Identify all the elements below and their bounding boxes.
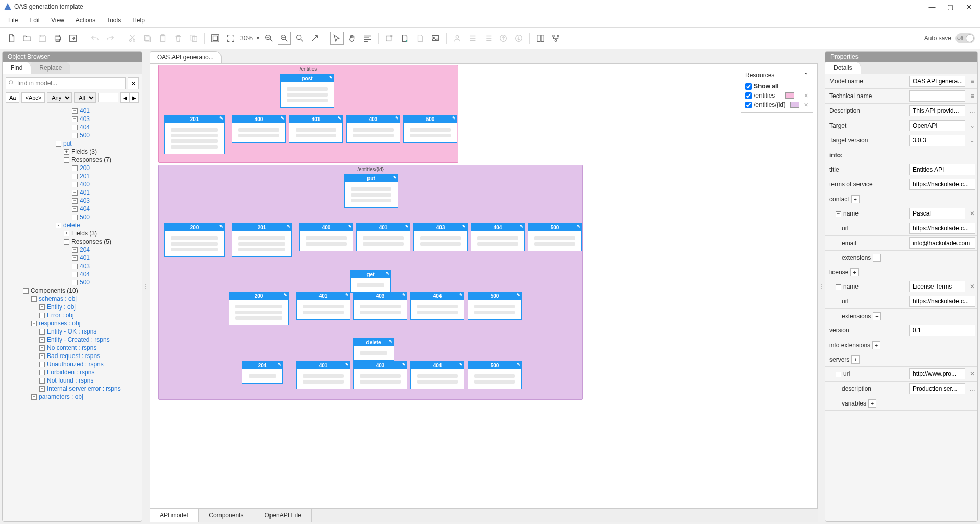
menu-tools[interactable]: Tools [102,15,126,26]
tree-label[interactable]: 200 [80,164,90,172]
add-license-ext-button[interactable]: + [873,312,881,320]
tree-expand-icon[interactable]: + [39,370,45,375]
pointer-icon[interactable] [330,32,344,45]
target-version-dropdown[interactable]: ⌄ [967,137,977,144]
tree-expand-icon[interactable]: + [72,165,78,171]
resources-panel[interactable]: Resources⌃ Show all /entities✕ /entities… [741,68,813,113]
tree-node[interactable]: +Internal server error : rspns [5,385,140,393]
bottom-tab-openapi-file[interactable]: OpenAPI File [254,509,311,522]
tree-expand-icon[interactable]: - [56,141,61,147]
entities-checkbox[interactable] [745,92,752,99]
tree-expand-icon[interactable]: + [39,337,45,343]
menu-view[interactable]: View [46,15,69,26]
remove-entities-icon[interactable]: ✕ [804,92,808,99]
tree-label[interactable]: 204 [80,246,90,253]
menu-actions[interactable]: Actions [70,15,101,26]
entity-400[interactable]: 400✎ [232,115,286,143]
tree-label[interactable]: Responses (7) [71,156,111,163]
add-contact-ext-button[interactable]: + [873,254,881,262]
tree-node[interactable]: +403 [5,197,140,205]
entity-404-b[interactable]: 404✎ [471,223,525,251]
list-icon[interactable] [466,32,479,45]
clear-search-button[interactable]: ✕ [128,77,139,89]
description-input[interactable] [909,105,965,116]
technical-name-input[interactable] [909,90,965,102]
tree-label[interactable]: 401 [80,254,90,261]
user-icon[interactable] [451,32,464,45]
move-down-icon[interactable] [512,32,525,45]
add-license-button[interactable]: + [850,268,859,276]
tree-expand-icon[interactable]: + [72,125,78,130]
tree-label[interactable]: Internal server error : rspns [47,385,121,392]
tree-node[interactable]: +Forbidden : rspns [5,368,140,376]
menu-edit[interactable]: Edit [24,15,45,26]
tree-node[interactable]: +500 [5,278,140,287]
entity-403-a[interactable]: 403✎ [346,115,400,143]
server-desc-action[interactable]: … [967,385,977,392]
tree-label[interactable]: Responses (5) [71,238,111,245]
tree-expand-icon[interactable]: + [39,353,45,359]
filter-whole-word[interactable]: <Abc> [21,92,45,103]
duplicate-icon[interactable] [187,32,200,45]
tree-node[interactable]: -Responses (5) [5,237,140,246]
tree-label[interactable]: 403 [80,115,90,123]
tree-label[interactable]: 401 [80,189,90,196]
new-file-icon[interactable] [5,32,18,45]
tree-label[interactable]: 401 [80,107,90,114]
tree-node[interactable]: -schemas : obj [5,295,140,303]
tree-node[interactable]: +400 [5,180,140,188]
tree-expand-icon[interactable]: + [72,174,78,179]
tree-node[interactable]: +201 [5,172,140,180]
search-input[interactable] [6,77,126,89]
contact-email-input[interactable] [909,237,975,249]
tree-label[interactable]: Components (10) [31,287,78,294]
splitter-left[interactable] [143,49,149,524]
print-icon[interactable] [51,32,64,45]
remove-entitiesid-icon[interactable]: ✕ [804,102,808,108]
tree-node[interactable]: +Fields (3) [5,229,140,237]
fit-screen-icon[interactable] [224,32,237,45]
show-all-checkbox[interactable] [745,83,752,90]
entity-500-c[interactable]: 500✎ [468,292,522,320]
technical-name-action[interactable]: ≡ [967,92,977,100]
tree-label[interactable]: No content : rspns [47,344,96,351]
tree-label[interactable]: Entity : obj [47,303,76,311]
tree-expand-icon[interactable]: + [39,362,45,367]
tree-label[interactable]: Entity - OK : rspns [47,328,96,335]
prev-match-button[interactable]: ◀ [120,92,130,103]
entity-401-c[interactable]: 401✎ [296,292,350,320]
tree-expand-icon[interactable]: - [23,288,29,294]
entity-500-d[interactable]: 500✎ [468,361,522,389]
tree-expand-icon[interactable]: - [31,321,37,326]
tree-expand-icon[interactable]: + [72,116,78,122]
tree-expand-icon[interactable]: + [72,272,78,277]
tree-node[interactable]: +500 [5,213,140,221]
tree-node[interactable]: +Entity - OK : rspns [5,327,140,336]
menu-file[interactable]: File [3,15,23,26]
entity-200-c[interactable]: 200✎ [229,292,289,325]
entity-put[interactable]: put✎ [344,174,398,208]
tree-node[interactable]: +204 [5,246,140,254]
remove-license-name[interactable]: ✕ [967,283,977,290]
autosave-toggle[interactable]: Off [955,33,975,43]
zoom-in-icon[interactable] [293,32,306,45]
tree-node[interactable]: +403 [5,115,140,123]
entity-get[interactable]: get✎ [350,270,391,293]
tree-label[interactable]: 404 [80,205,90,212]
remove-contact-name[interactable]: ✕ [967,210,977,217]
tree-node[interactable]: +Bad request : rspns [5,352,140,360]
tree-node[interactable]: -Components (10) [5,287,140,295]
add-container-icon[interactable] [383,32,396,45]
align-icon[interactable] [361,32,374,45]
tree-label[interactable]: 500 [80,279,90,286]
entitiesid-checkbox[interactable] [745,102,752,108]
target-version-input[interactable] [909,135,965,146]
diagram-icon[interactable] [549,32,562,45]
tree-label[interactable]: Error : obj [47,312,74,319]
add-entity-icon[interactable] [398,32,411,45]
tree-expand-icon[interactable]: + [39,313,45,318]
close-button[interactable]: ✕ [962,2,976,12]
tree-label[interactable]: Not found : rspns [47,377,93,384]
splitter-right[interactable] [819,49,824,524]
tree-label[interactable]: 500 [80,132,90,139]
